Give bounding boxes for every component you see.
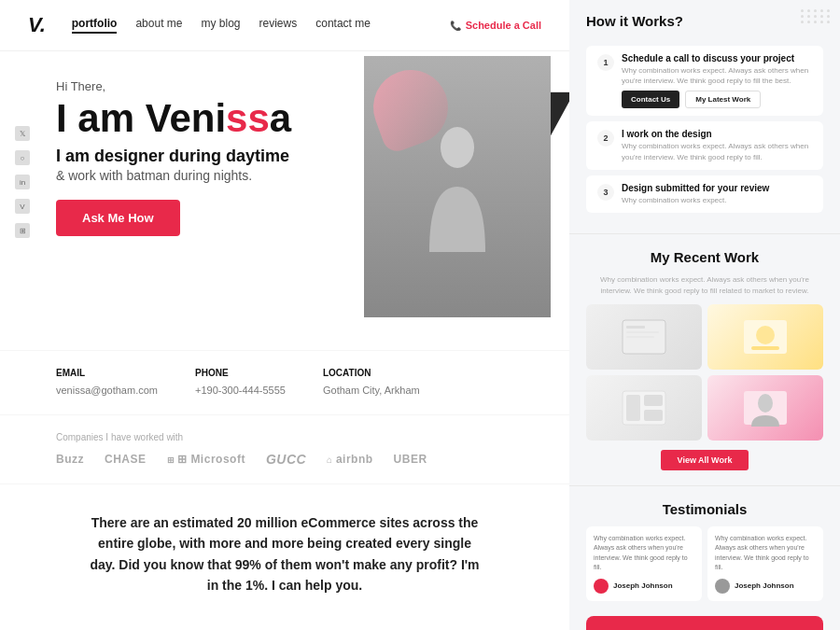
step-2: 2 I work on the design Why combination w…	[586, 121, 823, 169]
popularity-section: Our Popularity Why combination works exp…	[586, 616, 823, 630]
companies-label: Companies I have worked with	[56, 432, 513, 442]
work-item-1[interactable]	[586, 304, 702, 370]
company-chase: CHASE	[105, 453, 147, 466]
nav-blog[interactable]: my blog	[201, 17, 240, 34]
v-icon[interactable]: V	[15, 199, 30, 214]
svg-rect-10	[644, 395, 663, 406]
step-1: 1 Schedule a call to discuss your projec…	[586, 46, 823, 116]
nav-contact[interactable]: contact me	[315, 17, 371, 34]
contact-phone: Phone +190-300-444-5555	[195, 368, 286, 398]
step-content-3: Design submitted for your review Why com…	[622, 183, 769, 205]
logo: V.	[28, 13, 46, 37]
svg-point-0	[441, 127, 474, 168]
how-it-works-header: How it Works?	[569, 0, 840, 38]
work-item-4[interactable]	[707, 375, 823, 441]
twitter-icon[interactable]: 𝕏	[15, 126, 30, 141]
svg-point-6	[756, 326, 775, 344]
step-content-2: I work on the design Why combination wor…	[622, 129, 812, 161]
companies-section: Companies I have worked with Buzz CHASE …	[0, 415, 569, 483]
step-3: 3 Design submitted for your review Why c…	[586, 175, 823, 213]
author-name-2: Joseph Johnson	[735, 581, 794, 590]
email-value: venissa@gotham.com	[56, 385, 158, 396]
step-num-1: 1	[597, 54, 614, 71]
contact-location: Location Gotham City, Arkham	[323, 368, 420, 398]
contact-email: Email venissa@gotham.com	[56, 368, 158, 398]
phone-icon: 📞	[450, 21, 461, 31]
recent-work-section: My Recent Work Why combination works exp…	[569, 233, 840, 485]
testimonials-title: Testimonials	[586, 501, 823, 517]
how-it-works-section: 1 Schedule a call to discuss your projec…	[569, 38, 840, 233]
testimonial-author-1: Joseph Johnson	[594, 579, 694, 594]
nav-reviews[interactable]: reviews	[259, 17, 298, 34]
phone-label: Phone	[195, 368, 286, 378]
location-value: Gotham City, Arkham	[323, 385, 420, 396]
testimonials-section: Testimonials Why combination works expec…	[569, 485, 840, 616]
nav-portfolio[interactable]: portfolio	[72, 17, 118, 34]
step-num-2: 2	[597, 130, 614, 147]
step-desc-2: Why combination works expect. Always ask…	[622, 141, 812, 161]
phone-value: +190-300-444-5555	[195, 385, 286, 396]
testimonial-author-2: Joseph Johnson	[715, 579, 816, 594]
how-it-works-title: How it Works?	[586, 13, 683, 29]
linkedin-icon[interactable]: in	[15, 175, 30, 189]
company-microsoft: ⊞ Microsoft	[167, 453, 245, 466]
company-uber: UBER	[394, 453, 427, 466]
company-airbnb: airbnb	[327, 453, 373, 466]
tagline-section: There are an estimated 20 million eComme…	[0, 483, 569, 624]
step-title-1: Schedule a call to discuss your project	[622, 53, 812, 63]
hero-section: 𝕏 ○ in V ⊞ Hi There, I am Venissa I am d…	[0, 51, 569, 350]
step-1-actions: Contact Us My Latest Work	[622, 91, 812, 108]
avatar-1	[594, 579, 609, 594]
tagline-text: There are an estimated 20 million eComme…	[89, 512, 481, 596]
work-item-3[interactable]	[586, 375, 702, 441]
email-label: Email	[56, 368, 158, 378]
company-logos: Buzz CHASE ⊞ Microsoft GUCC airbnb UBER	[56, 452, 513, 467]
social-sidebar: 𝕏 ○ in V ⊞	[15, 126, 30, 238]
contact-row: Email venissa@gotham.com Phone +190-300-…	[0, 350, 569, 415]
testimonials-grid: Why combination works expect. Always ask…	[586, 526, 823, 601]
step-desc-3: Why combination works expect.	[622, 195, 769, 205]
learn-more-button[interactable]: My Latest Work	[685, 91, 761, 108]
testimonial-text-2: Why combination works expect. Always ask…	[715, 534, 816, 573]
avatar-2	[715, 579, 730, 594]
testimonial-1: Why combination works expect. Always ask…	[586, 526, 702, 601]
step-title-2: I work on the design	[622, 129, 812, 139]
nav-about[interactable]: about me	[135, 17, 182, 34]
awards-section: ⊞ two comma club Clickfunnels Two Comma …	[0, 624, 569, 630]
right-panel: How it Works? 1 Schedule a call to discu…	[569, 0, 840, 630]
svg-rect-3	[626, 331, 659, 333]
step-desc-1: Why combination works expect. Always ask…	[622, 65, 812, 86]
svg-rect-9	[626, 395, 640, 421]
recent-work-title: My Recent Work	[586, 249, 823, 265]
work-item-1-inner	[586, 304, 702, 370]
work-item-2[interactable]	[707, 304, 823, 370]
nav-links: portfolio about me my blog reviews conta…	[72, 17, 450, 34]
work-item-2-inner	[707, 304, 823, 370]
ask-me-how-button[interactable]: Ask Me How	[56, 200, 180, 236]
contact-us-button[interactable]: Contact Us	[622, 91, 679, 108]
svg-rect-2	[626, 326, 645, 329]
grid-icon[interactable]: ⊞	[15, 223, 30, 238]
step-title-3: Design submitted for your review	[622, 183, 769, 193]
schedule-call-button[interactable]: 📞 Schedule a Call	[450, 20, 541, 31]
dots-decoration	[801, 9, 831, 23]
svg-point-13	[758, 394, 773, 413]
step-num-3: 3	[597, 184, 614, 201]
testimonial-2: Why combination works expect. Always ask…	[707, 526, 823, 601]
svg-rect-4	[626, 336, 654, 338]
left-panel: V. portfolio about me my blog reviews co…	[0, 0, 569, 630]
navigation: V. portfolio about me my blog reviews co…	[0, 0, 569, 51]
work-item-4-inner	[707, 375, 823, 441]
view-all-work-button[interactable]: View All Work	[661, 450, 749, 470]
work-item-3-inner	[586, 375, 702, 441]
company-gucci: GUCC	[266, 452, 306, 467]
svg-rect-11	[644, 410, 663, 421]
work-grid	[586, 304, 823, 441]
author-name-1: Joseph Johnson	[613, 581, 673, 590]
location-label: Location	[323, 368, 420, 378]
recent-work-desc: Why combination works expect. Always ask…	[586, 274, 823, 297]
testimonial-text-1: Why combination works expect. Always ask…	[594, 534, 694, 573]
step-content-1: Schedule a call to discuss your project …	[622, 53, 812, 108]
svg-rect-7	[751, 346, 779, 350]
circle-icon[interactable]: ○	[15, 150, 30, 165]
